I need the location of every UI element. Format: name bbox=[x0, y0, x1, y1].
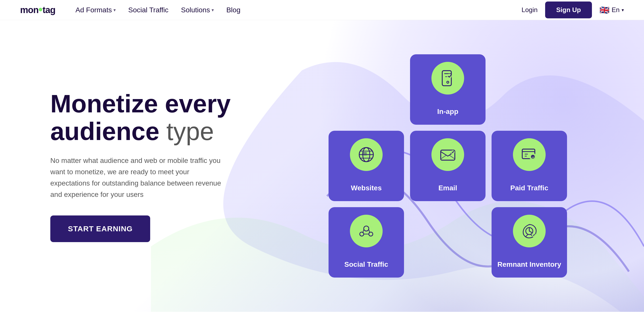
hero-section: Monetize everyaudience type No matter wh… bbox=[0, 20, 644, 312]
card-remnant-inventory[interactable]: Remnant Inventory bbox=[492, 207, 567, 278]
hero-left: Monetize everyaudience type No matter wh… bbox=[50, 90, 257, 242]
nav-social-traffic[interactable]: Social Traffic bbox=[128, 6, 169, 14]
inapp-label: In-app bbox=[437, 108, 458, 116]
svg-point-12 bbox=[364, 226, 369, 231]
language-selector[interactable]: 🇬🇧 En ▾ bbox=[599, 5, 624, 15]
websites-icon-circle bbox=[350, 138, 383, 171]
remnant-icon-circle bbox=[513, 215, 546, 247]
remnant-icon bbox=[520, 222, 538, 240]
signup-button[interactable]: Sign Up bbox=[545, 2, 592, 18]
login-button[interactable]: Login bbox=[521, 6, 538, 14]
nav-ad-formats[interactable]: Ad Formats ▾ bbox=[75, 6, 116, 14]
hero-title: Monetize everyaudience type bbox=[50, 90, 257, 145]
email-icon-circle bbox=[431, 138, 464, 171]
inapp-icon-circle bbox=[431, 62, 464, 95]
remnant-label: Remnant Inventory bbox=[497, 260, 561, 269]
svg-point-1 bbox=[447, 81, 449, 83]
email-icon bbox=[439, 146, 457, 164]
websites-icon bbox=[357, 146, 375, 164]
inapp-icon bbox=[439, 69, 457, 87]
nav-solutions[interactable]: Solutions ▾ bbox=[181, 6, 214, 14]
card-inapp[interactable]: In-app bbox=[410, 54, 486, 125]
logo[interactable]: montag bbox=[20, 5, 55, 15]
svg-rect-6 bbox=[362, 153, 367, 153]
logo-dot bbox=[39, 8, 42, 11]
nav-right: Login Sign Up 🇬🇧 En ▾ bbox=[521, 2, 624, 18]
email-label: Email bbox=[438, 184, 457, 192]
hero-description: No matter what audience and web or mobil… bbox=[50, 155, 226, 200]
paid-icon bbox=[520, 146, 538, 164]
paid-icon-circle bbox=[513, 138, 546, 171]
chevron-down-icon: ▾ bbox=[113, 7, 116, 13]
start-earning-button[interactable]: START EARNING bbox=[50, 215, 150, 242]
card-social-traffic[interactable]: Social Traffic bbox=[329, 207, 404, 278]
paid-label: Paid Traffic bbox=[510, 184, 548, 192]
chevron-down-icon: ▾ bbox=[212, 7, 214, 13]
social-icon bbox=[357, 222, 375, 240]
hero-right: In-app Websites bbox=[257, 54, 624, 278]
card-paid-traffic[interactable]: Paid Traffic bbox=[492, 131, 567, 201]
svg-point-16 bbox=[361, 226, 364, 228]
card-websites[interactable]: Websites bbox=[329, 131, 404, 201]
flag-icon: 🇬🇧 bbox=[599, 5, 610, 15]
nav-links: Ad Formats ▾ Social Traffic Solutions ▾ … bbox=[75, 6, 521, 14]
navbar: montag Ad Formats ▾ Social Traffic Solut… bbox=[0, 0, 644, 20]
websites-label: Websites bbox=[351, 184, 382, 192]
svg-point-15 bbox=[369, 225, 373, 229]
social-label: Social Traffic bbox=[344, 260, 388, 269]
social-icon-circle bbox=[350, 215, 383, 247]
nav-blog[interactable]: Blog bbox=[226, 6, 240, 14]
cards-grid: In-app Websites bbox=[329, 54, 567, 278]
card-email[interactable]: Email bbox=[410, 131, 486, 201]
chevron-down-icon: ▾ bbox=[622, 7, 624, 13]
